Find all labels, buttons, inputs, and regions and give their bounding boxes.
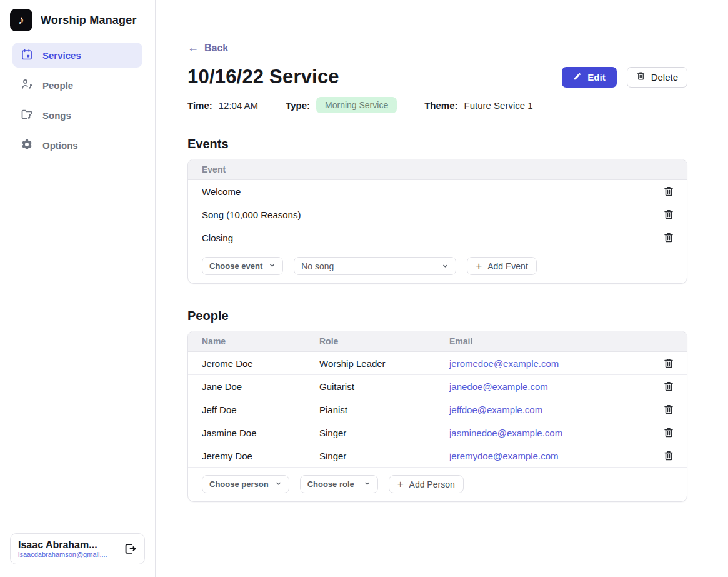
- person-row: Jane DoeGuitaristjanedoe@example.com: [188, 375, 687, 398]
- person-note-icon: [21, 78, 33, 93]
- person-email-link[interactable]: jeffdoe@example.com: [449, 404, 659, 415]
- chevron-down-icon: [364, 479, 371, 489]
- page-title: 10/16/22 Service: [187, 66, 339, 88]
- person-name: Jasmine Doe: [202, 428, 319, 438]
- person-email-link[interactable]: jeremydoe@example.com: [449, 451, 659, 461]
- person-role: Singer: [319, 451, 449, 461]
- chevron-down-icon: [269, 261, 276, 271]
- choose-person-select[interactable]: Choose person: [202, 475, 289, 493]
- time-label: Time:: [187, 100, 212, 111]
- theme-label: Theme:: [424, 100, 457, 111]
- person-email-link[interactable]: jeromedoe@example.com: [449, 358, 659, 369]
- sidebar-nav: Services People: [0, 43, 155, 158]
- delete-row-button[interactable]: [662, 231, 676, 244]
- person-row: Jasmine DoeSingerjasminedoe@example.com: [188, 421, 687, 444]
- person-role: Worship Leader: [319, 358, 449, 369]
- logout-button[interactable]: [123, 542, 137, 556]
- back-label: Back: [204, 43, 228, 54]
- delete-row-button[interactable]: [662, 356, 676, 370]
- sidebar-item-label: Songs: [42, 110, 71, 121]
- back-link[interactable]: ← Back: [187, 41, 228, 54]
- edit-label: Edit: [587, 72, 605, 83]
- person-name: Jeremy Doe: [202, 451, 319, 461]
- event-row: Song (10,000 Reasons): [188, 203, 687, 226]
- delete-row-button[interactable]: [662, 208, 676, 221]
- song-select[interactable]: No song: [294, 257, 456, 275]
- calendar-icon: [21, 48, 33, 63]
- column-header-role: Role: [319, 336, 449, 346]
- pencil-icon: [573, 72, 582, 83]
- music-note-logo-icon: ♪: [10, 9, 32, 31]
- user-name: Isaac Abraham...: [18, 539, 118, 551]
- delete-row-button[interactable]: [662, 426, 676, 439]
- people-table: Name Role Email Jerome DoeWorship Leader…: [187, 331, 687, 502]
- people-footer: Choose person Choose role + Add Person: [188, 468, 687, 501]
- app-title: Worship Manager: [41, 14, 137, 27]
- add-event-button[interactable]: + Add Event: [467, 257, 537, 275]
- sidebar-item-label: People: [42, 80, 73, 91]
- delete-row-button[interactable]: [662, 184, 676, 198]
- person-name: Jane Doe: [202, 381, 319, 392]
- person-email-link[interactable]: jasminedoe@example.com: [449, 428, 659, 438]
- delete-row-button[interactable]: [662, 403, 676, 416]
- events-heading: Events: [187, 137, 687, 151]
- add-person-button[interactable]: + Add Person: [389, 475, 464, 493]
- event-row: Welcome: [188, 180, 687, 203]
- time-value: 12:04 AM: [219, 100, 258, 111]
- column-header-email: Email: [449, 336, 659, 346]
- trash-icon: [663, 361, 674, 371]
- plus-icon: +: [397, 479, 404, 489]
- trash-icon: [663, 213, 674, 222]
- service-type-badge: Morning Service: [316, 97, 397, 113]
- people-column-headers: Name Role Email: [188, 331, 687, 352]
- edit-button[interactable]: Edit: [562, 67, 616, 88]
- user-info: Isaac Abraham... isaacdabrahamson@gmail.…: [18, 539, 118, 558]
- sidebar: ♪ Worship Manager Services: [0, 0, 156, 577]
- trash-icon: [663, 431, 674, 440]
- sidebar-item-services[interactable]: Services: [12, 43, 142, 68]
- events-column-header: Event: [188, 159, 687, 180]
- person-row: Jeremy DoeSingerjeremydoe@example.com: [188, 444, 687, 468]
- column-header-name: Name: [202, 336, 319, 346]
- trash-icon: [663, 189, 674, 199]
- logout-icon: [123, 548, 137, 558]
- person-role: Pianist: [319, 404, 449, 415]
- delete-row-button[interactable]: [662, 449, 676, 463]
- delete-row-button[interactable]: [662, 379, 676, 393]
- user-card[interactable]: Isaac Abraham... isaacdabrahamson@gmail.…: [10, 533, 145, 564]
- person-email-link[interactable]: janedoe@example.com: [449, 381, 659, 392]
- event-name: Welcome: [202, 186, 241, 197]
- people-heading: People: [187, 309, 687, 323]
- event-name: Closing: [202, 233, 233, 243]
- events-footer: Choose event No song + Add Event: [188, 249, 687, 283]
- main-content: ← Back 10/16/22 Service Edit: [156, 0, 728, 577]
- sidebar-item-options[interactable]: Options: [12, 133, 142, 158]
- theme-value: Future Service 1: [464, 100, 533, 111]
- type-label: Type:: [286, 100, 310, 111]
- sidebar-item-songs[interactable]: Songs: [12, 103, 142, 128]
- plus-icon: +: [476, 261, 482, 271]
- gear-icon: [21, 138, 33, 153]
- service-meta: Time: 12:04 AM Type: Morning Service The…: [187, 97, 687, 113]
- person-role: Singer: [319, 428, 449, 438]
- chevron-down-icon: [442, 261, 449, 271]
- events-table: Event WelcomeSong (10,000 Reasons)Closin…: [187, 159, 687, 284]
- trash-icon: [663, 454, 674, 463]
- choose-event-select[interactable]: Choose event: [202, 257, 283, 275]
- event-row: Closing: [188, 226, 687, 249]
- person-role: Guitarist: [319, 381, 449, 392]
- brand: ♪ Worship Manager: [0, 9, 155, 43]
- trash-icon: [663, 408, 674, 417]
- sidebar-item-people[interactable]: People: [12, 73, 142, 98]
- delete-label: Delete: [651, 72, 678, 83]
- event-name: Song (10,000 Reasons): [202, 209, 301, 220]
- delete-button[interactable]: Delete: [627, 67, 687, 88]
- person-name: Jerome Doe: [202, 358, 319, 369]
- sidebar-item-label: Services: [42, 50, 81, 61]
- sidebar-item-label: Options: [42, 140, 78, 151]
- folder-note-icon: [21, 108, 33, 123]
- person-row: Jerome DoeWorship Leaderjeromedoe@exampl…: [188, 352, 687, 375]
- app-window: ♪ Worship Manager Services: [0, 0, 728, 577]
- person-name: Jeff Doe: [202, 404, 319, 415]
- choose-role-select[interactable]: Choose role: [300, 475, 378, 493]
